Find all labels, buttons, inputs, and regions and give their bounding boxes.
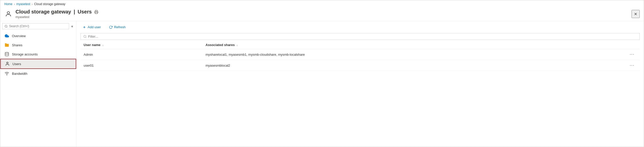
filter-search-icon	[83, 35, 87, 38]
page-header: Cloud storage gateway | Users myasetest	[0, 8, 644, 21]
table-row: user01 myasesmblocal2 ···	[81, 60, 640, 71]
search-input[interactable]	[9, 24, 67, 28]
breadcrumb-sep-2: ›	[32, 3, 33, 6]
refresh-button[interactable]: Refresh	[107, 24, 128, 30]
table-row: Admin mysharelocal1, myasesmb1, mysmb-cl…	[81, 49, 640, 60]
col-header-shares[interactable]: Associated shares ↕	[202, 41, 624, 49]
row-more-button[interactable]: ···	[628, 52, 637, 57]
refresh-label: Refresh	[114, 25, 126, 29]
sidebar-item-storage-accounts[interactable]: Storage accounts	[0, 50, 76, 59]
sort-shares-icon: ↕	[237, 44, 238, 47]
breadcrumb: Home › myasetest › Cloud storage gateway	[0, 0, 644, 8]
sidebar-item-shares[interactable]: Shares	[0, 40, 76, 50]
sidebar-item-bandwidth[interactable]: Bandwidth	[0, 69, 76, 78]
print-icon[interactable]	[94, 10, 98, 14]
sidebar-item-overview[interactable]: Overview	[0, 31, 76, 40]
svg-point-7	[7, 62, 8, 64]
cell-shares: myasesmblocal2	[202, 60, 624, 71]
resource-subtitle: myasetest	[15, 15, 98, 19]
cell-username: user01	[81, 60, 202, 71]
page-title: Cloud storage gateway | Users	[15, 9, 98, 15]
table-header-row: User name ↕ Associated shares ↕	[81, 41, 640, 49]
breadcrumb-sep-1: ›	[14, 3, 15, 6]
folder-icon	[4, 42, 9, 48]
breadcrumb-home[interactable]: Home	[4, 2, 12, 6]
storage-icon	[4, 52, 9, 57]
sidebar-item-storage-accounts-label: Storage accounts	[12, 52, 38, 56]
col-header-username[interactable]: User name ↕	[81, 41, 202, 49]
svg-rect-1	[95, 12, 97, 13]
svg-point-6	[5, 52, 9, 54]
cloud-icon	[4, 33, 9, 38]
section-name: Users	[78, 9, 92, 15]
add-user-label: Add user	[88, 25, 101, 29]
row-more-button[interactable]: ···	[628, 63, 637, 68]
search-icon	[5, 25, 8, 28]
col-header-actions	[624, 41, 640, 49]
resource-icon	[4, 10, 12, 18]
svg-point-4	[5, 25, 7, 27]
main-layout: « Overview Shares	[0, 21, 644, 147]
sidebar-item-shares-label: Shares	[12, 43, 22, 47]
svg-line-12	[86, 37, 86, 38]
filter-row[interactable]	[81, 33, 640, 40]
sidebar-item-overview-label: Overview	[12, 34, 26, 38]
cell-username: Admin	[81, 49, 202, 60]
wifi-icon	[4, 71, 9, 76]
collapse-sidebar-button[interactable]: «	[70, 24, 74, 29]
svg-point-11	[84, 35, 86, 38]
search-container: «	[2, 23, 74, 29]
sidebar-item-users-label: Users	[12, 62, 21, 66]
content-area: Add user Refresh	[76, 21, 644, 147]
breadcrumb-device[interactable]: myasetest	[16, 2, 30, 6]
cell-actions: ···	[624, 60, 640, 71]
resource-name: Cloud storage gateway	[15, 9, 71, 15]
title-group: Cloud storage gateway | Users myasetest	[15, 9, 98, 19]
user-icon	[5, 61, 10, 66]
toolbar: Add user Refresh	[81, 24, 640, 30]
sidebar-item-users[interactable]: Users	[0, 59, 76, 69]
svg-point-8	[7, 75, 7, 75]
app-container: Home › myasetest › Cloud storage gateway…	[0, 0, 644, 147]
sort-username-icon: ↕	[102, 44, 104, 47]
cell-actions: ···	[624, 49, 640, 60]
sidebar-item-bandwidth-label: Bandwidth	[12, 72, 27, 76]
users-table: User name ↕ Associated shares ↕ Admin my…	[81, 41, 640, 71]
filter-input[interactable]	[88, 35, 637, 38]
add-icon	[83, 25, 86, 29]
breadcrumb-current: Cloud storage gateway	[34, 2, 65, 6]
refresh-icon	[109, 25, 113, 29]
close-button[interactable]	[632, 10, 640, 18]
add-user-button[interactable]: Add user	[81, 24, 103, 30]
cell-shares: mysharelocal1, myasesmb1, mysmb-cloudsha…	[202, 49, 624, 60]
svg-point-0	[7, 11, 9, 14]
sidebar: « Overview Shares	[0, 21, 76, 147]
search-box[interactable]	[2, 23, 69, 29]
title-separator: |	[74, 9, 75, 15]
svg-line-5	[7, 27, 7, 27]
